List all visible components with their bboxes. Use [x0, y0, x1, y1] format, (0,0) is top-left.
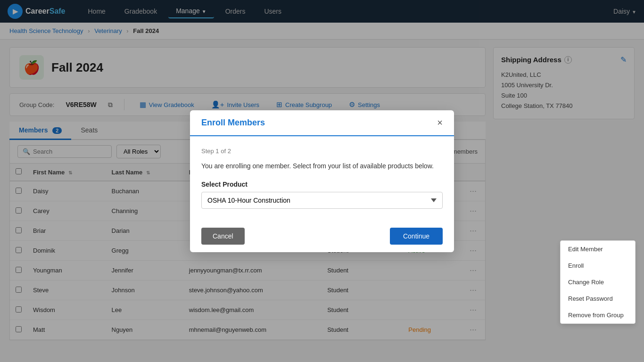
cancel-button[interactable]: Cancel: [201, 228, 245, 245]
product-select[interactable]: OSHA 10-Hour Construction: [201, 192, 443, 209]
select-product-label: Select Product: [201, 181, 443, 188]
modal-footer: Cancel Continue: [190, 220, 454, 252]
context-enroll[interactable]: Enroll: [561, 257, 635, 274]
close-icon[interactable]: ×: [437, 118, 443, 127]
continue-button[interactable]: Continue: [390, 228, 443, 245]
modal-title: Enroll Members: [201, 118, 265, 128]
step-text: Step 1 of 2: [201, 148, 443, 155]
enroll-modal: Enroll Members × Step 1 of 2 You are enr…: [190, 110, 454, 252]
modal-overlay[interactable]: Enroll Members × Step 1 of 2 You are enr…: [0, 0, 644, 348]
modal-body: Step 1 of 2 You are enrolling one member…: [190, 136, 454, 220]
context-change-role[interactable]: Change Role: [561, 274, 635, 290]
modal-header: Enroll Members ×: [190, 110, 454, 136]
context-remove[interactable]: Remove from Group: [561, 307, 635, 323]
context-edit[interactable]: Edit Member: [561, 241, 635, 257]
context-reset-password[interactable]: Reset Password: [561, 290, 635, 307]
context-menu: Edit Member Enroll Change Role Reset Pas…: [560, 240, 636, 324]
enroll-description: You are enrolling one member. Select fro…: [201, 161, 443, 171]
